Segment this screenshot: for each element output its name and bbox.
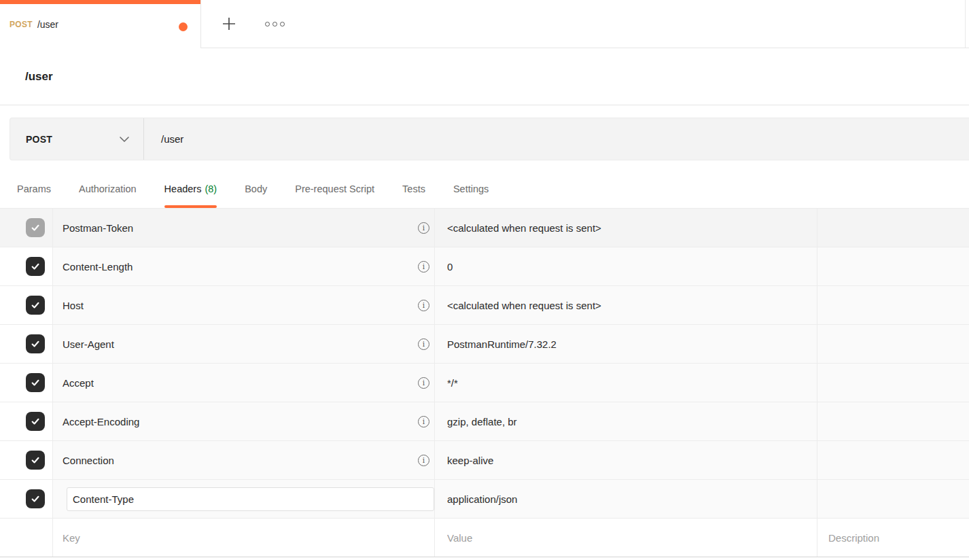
- new-value-input[interactable]: [447, 532, 780, 544]
- checkbox-cell: [0, 402, 53, 440]
- info-icon[interactable]: i: [418, 300, 429, 311]
- page-title: /user: [25, 70, 53, 84]
- request-tabs: Params Authorization Headers (8) Body Pr…: [0, 160, 969, 208]
- tab-authorization[interactable]: Authorization: [79, 170, 137, 208]
- method-dropdown[interactable]: POST: [10, 118, 144, 160]
- header-value-cell[interactable]: <calculated when request is sent>: [435, 286, 817, 324]
- tab-bar-actions: [201, 0, 969, 48]
- header-value-cell[interactable]: */*: [435, 364, 817, 402]
- tab-body[interactable]: Body: [245, 170, 267, 208]
- checkbox-cell: [0, 247, 53, 285]
- header-description-cell[interactable]: [817, 402, 969, 440]
- tab-headers[interactable]: Headers (8): [164, 170, 217, 208]
- request-tab[interactable]: POST /user: [0, 0, 201, 48]
- header-value-cell[interactable]: keep-alive: [435, 441, 817, 479]
- postman-request-view: POST /user /user POST /user Params Autho…: [0, 0, 969, 560]
- header-description-cell[interactable]: [817, 325, 969, 363]
- header-enabled-checkbox[interactable]: [26, 257, 45, 276]
- header-description-cell[interactable]: [817, 247, 969, 285]
- info-icon[interactable]: i: [418, 416, 429, 427]
- checkbox-cell: [0, 364, 53, 402]
- info-icon[interactable]: i: [418, 377, 429, 389]
- tab-settings[interactable]: Settings: [453, 170, 489, 208]
- checkbox-cell: [0, 441, 53, 479]
- header-key-cell[interactable]: Postman-Token i: [53, 209, 435, 247]
- more-options-meatball-icon[interactable]: [262, 19, 287, 29]
- header-key-cell[interactable]: Accept-Encoding i: [53, 402, 435, 440]
- new-description-input[interactable]: [828, 532, 965, 544]
- headers-count-badge: (8): [205, 183, 217, 194]
- new-header-row: [0, 519, 969, 557]
- checkbox-cell: [0, 209, 53, 247]
- tab-pre-request-script[interactable]: Pre-request Script: [295, 170, 374, 208]
- new-value-cell: [435, 519, 817, 557]
- new-tab-plus-icon[interactable]: [217, 12, 241, 35]
- header-enabled-checkbox[interactable]: [26, 218, 45, 237]
- url-input[interactable]: /user: [144, 118, 969, 160]
- method-dropdown-label: POST: [26, 134, 52, 145]
- new-key-cell: [53, 519, 435, 557]
- chevron-down-icon: [119, 135, 130, 143]
- header-enabled-checkbox[interactable]: [26, 296, 45, 315]
- header-description-cell[interactable]: [817, 364, 969, 402]
- new-key-input[interactable]: [63, 532, 397, 544]
- checkbox-cell: [0, 286, 53, 324]
- table-row: User-Agent i PostmanRuntime/7.32.2: [0, 325, 969, 364]
- tab-tests[interactable]: Tests: [402, 170, 425, 208]
- table-row: Accept i */*: [0, 364, 969, 402]
- header-enabled-checkbox[interactable]: [26, 334, 45, 353]
- info-icon[interactable]: i: [418, 338, 429, 350]
- table-row: Postman-Token i <calculated when request…: [0, 209, 969, 247]
- header-key-input[interactable]: [67, 487, 434, 511]
- unsaved-changes-dot: [179, 22, 188, 31]
- header-key-cell[interactable]: User-Agent i: [53, 325, 435, 363]
- header-key-cell[interactable]: [53, 480, 435, 518]
- checkbox-cell: [0, 325, 53, 363]
- workspace-tab-bar: POST /user: [0, 0, 969, 48]
- table-row: Accept-Encoding i gzip, deflate, br: [0, 402, 969, 441]
- header-key-cell[interactable]: Connection i: [53, 441, 435, 479]
- info-icon[interactable]: i: [418, 455, 429, 466]
- table-row: Content-Length i 0: [0, 247, 969, 286]
- header-key-cell[interactable]: Host i: [53, 286, 435, 324]
- header-value-cell[interactable]: 0: [435, 247, 817, 285]
- header-value-cell[interactable]: <calculated when request is sent>: [435, 209, 817, 247]
- header-key-cell[interactable]: Content-Length i: [53, 247, 435, 285]
- header-key-cell[interactable]: Accept i: [53, 364, 435, 402]
- url-builder: POST /user: [10, 118, 969, 160]
- header-enabled-checkbox[interactable]: [26, 373, 45, 392]
- table-row: Connection i keep-alive: [0, 441, 969, 480]
- new-description-cell: [817, 519, 969, 557]
- request-tab-method: POST: [10, 20, 33, 29]
- header-value-cell[interactable]: gzip, deflate, br: [435, 402, 817, 440]
- info-icon[interactable]: i: [418, 222, 429, 234]
- panel-edge-divider: [965, 0, 966, 48]
- table-row: Host i <calculated when request is sent>: [0, 286, 969, 325]
- request-title-row: /user: [0, 48, 969, 105]
- header-description-cell[interactable]: [817, 441, 969, 479]
- header-enabled-checkbox[interactable]: [26, 451, 45, 470]
- headers-table: Postman-Token i <calculated when request…: [0, 208, 969, 557]
- table-row: application/json: [0, 480, 969, 519]
- header-enabled-checkbox[interactable]: [26, 412, 45, 431]
- header-enabled-checkbox[interactable]: [26, 489, 45, 508]
- request-tab-title: /user: [37, 19, 58, 30]
- header-value-cell[interactable]: PostmanRuntime/7.32.2: [435, 325, 817, 363]
- header-value-cell[interactable]: application/json: [435, 480, 817, 518]
- tab-params[interactable]: Params: [17, 170, 51, 208]
- header-description-cell[interactable]: [817, 286, 969, 324]
- info-icon[interactable]: i: [418, 261, 429, 273]
- checkbox-cell: [0, 480, 53, 518]
- header-description-cell[interactable]: [817, 480, 969, 518]
- checkbox-cell: [0, 519, 53, 557]
- header-description-cell[interactable]: [817, 209, 969, 247]
